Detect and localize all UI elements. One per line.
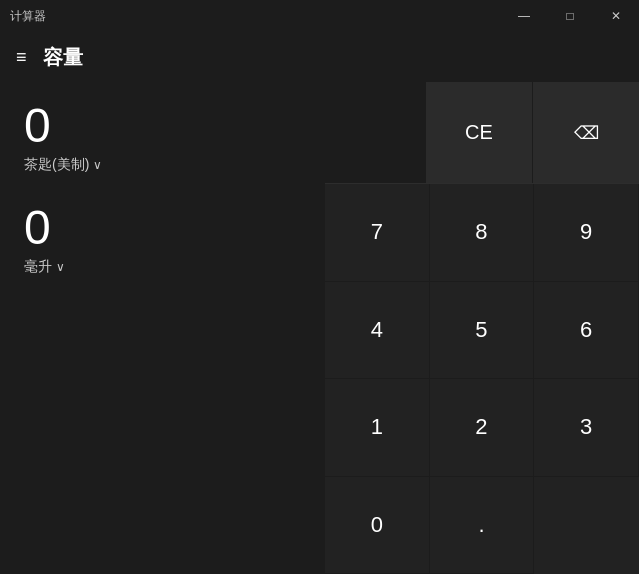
output-unit-chevron: ∨ xyxy=(56,260,65,274)
left-panel: 0 茶匙(美制) ∨ 0 毫升 ∨ xyxy=(0,82,325,574)
input-section: 0 茶匙(美制) ∨ xyxy=(24,102,301,174)
window-title: 计算器 xyxy=(10,8,46,25)
ce-button[interactable]: CE xyxy=(425,82,532,183)
app-header: ≡ 容量 xyxy=(0,32,639,82)
num-btn-3[interactable]: 3 xyxy=(534,379,639,477)
num-btn-dot[interactable]: . xyxy=(430,477,535,575)
backspace-icon: ⌫ xyxy=(574,122,599,144)
num-btn-9[interactable]: 9 xyxy=(534,184,639,282)
num-btn-7[interactable]: 7 xyxy=(325,184,430,282)
main-area: 0 茶匙(美制) ∨ 0 毫升 ∨ CE ⌫ 7 8 9 xyxy=(0,82,639,574)
close-button[interactable]: ✕ xyxy=(593,0,639,32)
maximize-button[interactable]: □ xyxy=(547,0,593,32)
top-spacer xyxy=(325,82,425,183)
top-buttons-row: CE ⌫ xyxy=(325,82,639,184)
input-unit-chevron: ∨ xyxy=(93,158,102,172)
numpad: 7 8 9 4 5 6 1 2 3 0 . xyxy=(325,184,639,574)
num-btn-0[interactable]: 0 xyxy=(325,477,430,575)
title-bar: 计算器 — □ ✕ xyxy=(0,0,639,32)
input-unit-label: 茶匙(美制) xyxy=(24,156,89,174)
num-btn-4[interactable]: 4 xyxy=(325,282,430,380)
right-panel: CE ⌫ 7 8 9 4 5 6 1 2 3 0 . xyxy=(325,82,639,574)
output-unit-label: 毫升 xyxy=(24,258,52,276)
input-unit-selector[interactable]: 茶匙(美制) ∨ xyxy=(24,156,301,174)
num-btn-5[interactable]: 5 xyxy=(430,282,535,380)
input-value: 0 xyxy=(24,102,301,150)
output-section: 0 毫升 ∨ xyxy=(24,204,301,276)
num-btn-1[interactable]: 1 xyxy=(325,379,430,477)
output-value: 0 xyxy=(24,204,301,252)
num-btn-8[interactable]: 8 xyxy=(430,184,535,282)
window-controls: — □ ✕ xyxy=(501,0,639,32)
num-btn-2[interactable]: 2 xyxy=(430,379,535,477)
num-btn-6[interactable]: 6 xyxy=(534,282,639,380)
app-title: 容量 xyxy=(43,44,83,71)
output-unit-selector[interactable]: 毫升 ∨ xyxy=(24,258,301,276)
hamburger-icon[interactable]: ≡ xyxy=(16,47,27,68)
backspace-button[interactable]: ⌫ xyxy=(532,82,639,183)
minimize-button[interactable]: — xyxy=(501,0,547,32)
